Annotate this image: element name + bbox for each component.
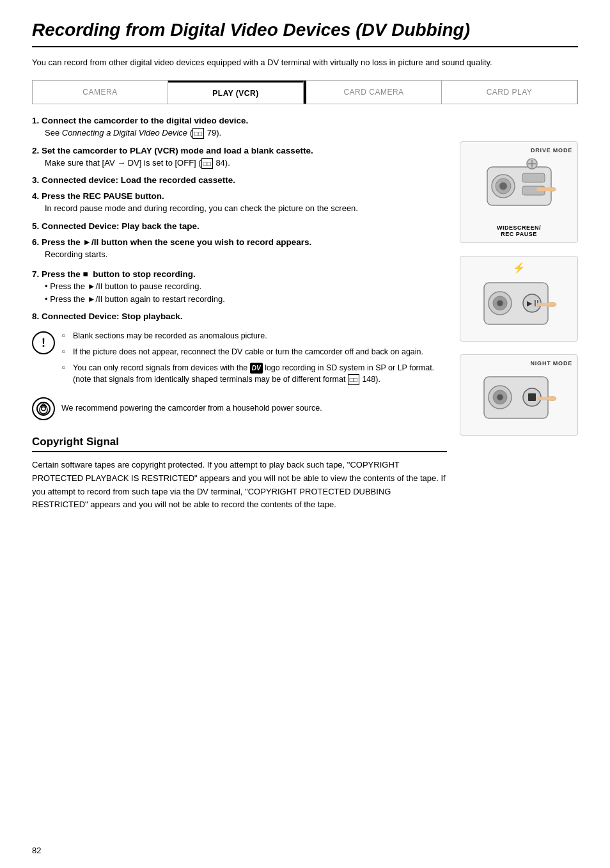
step-3: 3. Connected device: Load the recorded c… <box>32 175 447 185</box>
page-number: 82 <box>32 846 41 855</box>
steps-list: 1. Connect the camcorder to the digital … <box>32 116 447 321</box>
svg-point-0 <box>37 402 50 415</box>
steps-column: 1. Connect the camcorder to the digital … <box>32 116 447 512</box>
note-1: Blank sections may be recorded as anomal… <box>61 330 447 342</box>
note-2: If the picture does not appear, reconnec… <box>61 346 447 358</box>
step-5-num: 5. <box>32 221 42 231</box>
tab-play-vcr[interactable]: PLAY (VCR) <box>168 81 304 104</box>
widescreen-label: WIDESCREEN/REC PAUSE <box>465 225 572 237</box>
step-2-heading: Set the camcorder to PLAY (VCR) mode and… <box>42 146 313 155</box>
recommend-text: We recommend powering the camcorder from… <box>61 397 322 414</box>
step-6-heading: Press the ►/II button when the scene you… <box>42 237 311 247</box>
svg-point-1 <box>42 407 45 411</box>
step-3-heading: Connected device: Load the recorded cass… <box>42 175 235 185</box>
svg-rect-22 <box>528 393 536 401</box>
svg-rect-6 <box>522 173 545 182</box>
step-7-bullet-2: • Press the ►/II button again to restart… <box>45 293 447 306</box>
tab-card-play[interactable]: CARD PLAY <box>442 81 577 104</box>
step-2-num: 2. <box>32 146 42 155</box>
step-4-num: 4. <box>32 191 42 201</box>
drive-mode-box: DRIVE MODE WIDESCREEN/REC PAUSE <box>460 141 578 243</box>
note-3: You can only record signals from devices… <box>61 362 447 386</box>
page-title: Recording from Digital Video Devices (DV… <box>32 19 578 41</box>
lightning-icon: ⚡ <box>465 262 572 274</box>
svg-text:►II: ►II <box>525 298 539 308</box>
dv-logo: DV <box>250 363 263 374</box>
step-5: 5. Connected Device: Play back the tape. <box>32 221 447 231</box>
step-1-num: 1. <box>32 116 42 125</box>
stop-box: NIGHT MODE <box>460 354 578 436</box>
drive-mode-illustration <box>481 157 558 221</box>
step-3-num: 3. <box>32 175 42 185</box>
step-8: 8. Connected Device: Stop playback. <box>32 312 447 321</box>
step-2: 2. Set the camcorder to PLAY (VCR) mode … <box>32 146 447 170</box>
title-divider <box>32 46 578 47</box>
step-4: 4. Press the REC PAUSE button. In record… <box>32 191 447 215</box>
step-7-bullet-1: • Press the ►/II button to pause recordi… <box>45 280 447 293</box>
copyright-title: Copyright Signal <box>32 436 447 452</box>
notes-list: Blank sections may be recorded as anomal… <box>61 330 447 390</box>
step-4-heading: Press the REC PAUSE button. <box>42 191 164 201</box>
main-content: 1. Connect the camcorder to the digital … <box>32 116 578 512</box>
copyright-text: Certain software tapes are copyright pro… <box>32 459 447 512</box>
drive-mode-label: DRIVE MODE <box>465 147 572 154</box>
stop-illustration <box>481 370 558 428</box>
warning-icon: ! <box>32 331 55 354</box>
power-icon <box>35 400 52 418</box>
svg-point-20 <box>497 394 503 400</box>
step-7-heading: Press the ■ button to stop recording. <box>42 269 196 279</box>
recommend-section: We recommend powering the camcorder from… <box>32 397 447 420</box>
svg-point-14 <box>497 300 503 306</box>
svg-point-5 <box>499 182 507 190</box>
step-1: 1. Connect the camcorder to the digital … <box>32 116 447 139</box>
recommend-icon <box>32 397 55 420</box>
mode-tabs: CAMERA PLAY (VCR) CARD CAMERA CARD PLAY <box>32 80 578 104</box>
step-7-num: 7. <box>32 269 42 279</box>
images-column: DRIVE MODE WIDESCREEN/REC PAUSE <box>460 116 578 512</box>
step-8-heading: Connected Device: Stop playback. <box>42 312 183 321</box>
tab-camera[interactable]: CAMERA <box>33 81 168 104</box>
play-pause-illustration: ►II <box>481 276 558 334</box>
step-7: 7. Press the ■ button to stop recording.… <box>32 269 447 305</box>
step-1-heading: Connect the camcorder to the digital vid… <box>42 116 248 125</box>
step-7-sub: • Press the ►/II button to pause recordi… <box>45 280 447 305</box>
play-pause-box: ⚡ ►II <box>460 256 578 342</box>
step-6: 6. Press the ►/II button when the scene … <box>32 237 447 261</box>
tab-card-camera[interactable]: CARD CAMERA <box>306 81 442 104</box>
step-2-detail: Make sure that [AV → DV] is set to [OFF]… <box>45 157 447 170</box>
step-8-num: 8. <box>32 312 42 321</box>
intro-text: You can record from other digital video … <box>32 56 578 69</box>
copyright-section: Copyright Signal Certain software tapes … <box>32 436 447 512</box>
notes-section: ! Blank sections may be recorded as anom… <box>32 330 447 390</box>
step-1-detail: See Connecting a Digital Video Device (□… <box>45 127 447 139</box>
step-4-detail: In record pause mode and during recordin… <box>45 202 447 215</box>
step-5-heading: Connected Device: Play back the tape. <box>42 221 199 231</box>
step-6-num: 6. <box>32 237 42 247</box>
step-6-detail: Recording starts. <box>45 248 447 261</box>
night-mode-label: NIGHT MODE <box>465 360 572 367</box>
